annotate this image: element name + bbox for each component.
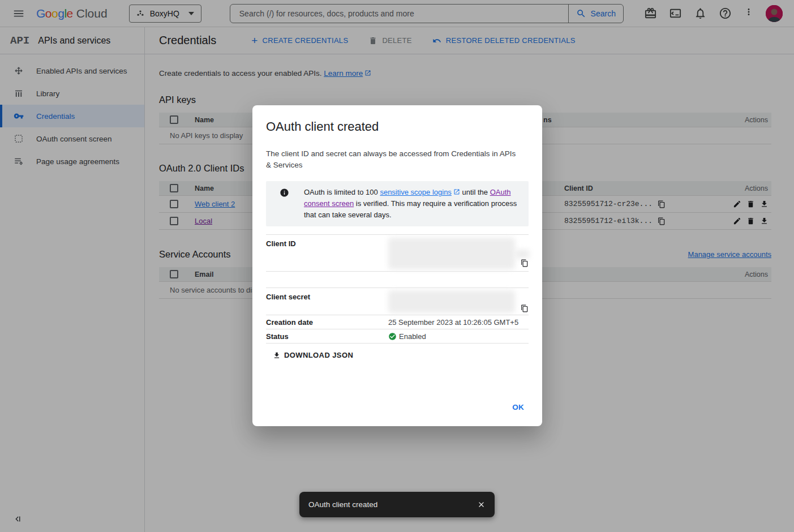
external-link-icon bbox=[453, 188, 460, 195]
status-row: Status Enabled bbox=[266, 329, 529, 344]
info-banner-text: OAuth is limited to 100 sensitive scope … bbox=[304, 187, 517, 221]
dialog-body-text: The client ID and secret can always be a… bbox=[266, 148, 517, 171]
download-json-button[interactable]: DOWNLOAD JSON bbox=[269, 349, 357, 362]
sensitive-scope-logins-link[interactable]: sensitive scope logins bbox=[380, 188, 451, 196]
client-id-row: Client ID bbox=[266, 234, 529, 272]
download-json-label: DOWNLOAD JSON bbox=[284, 351, 353, 359]
client-id-label: Client ID bbox=[266, 239, 296, 248]
client-secret-label: Client secret bbox=[266, 293, 310, 301]
creation-date-row: Creation date 25 September 2023 at 10:26… bbox=[266, 315, 529, 329]
dialog-title: OAuth client created bbox=[266, 119, 529, 135]
redacted-client-id-value bbox=[515, 250, 530, 259]
snackbar: OAuth client created bbox=[299, 492, 495, 517]
info-banner: OAuth is limited to 100 sensitive scope … bbox=[266, 181, 529, 226]
client-secret-row: Client secret bbox=[266, 288, 529, 315]
download-icon bbox=[273, 351, 281, 359]
close-icon[interactable] bbox=[477, 500, 486, 509]
copy-icon[interactable] bbox=[521, 304, 529, 312]
redacted-client-id-value bbox=[388, 238, 515, 269]
copy-icon[interactable] bbox=[521, 259, 529, 267]
info-text-part: until the bbox=[460, 188, 490, 196]
creation-date-value: 25 September 2023 at 10:26:05 GMT+5 bbox=[388, 318, 518, 327]
redacted-client-secret-value bbox=[388, 290, 515, 313]
snackbar-message: OAuth client created bbox=[308, 500, 377, 509]
ok-button[interactable]: OK bbox=[508, 400, 529, 415]
creation-date-label: Creation date bbox=[266, 318, 388, 327]
status-label: Status bbox=[266, 332, 388, 341]
info-icon bbox=[280, 188, 289, 198]
check-circle-icon bbox=[388, 332, 397, 341]
status-badge: Enabled bbox=[399, 332, 426, 341]
oauth-client-created-dialog: OAuth client created The client ID and s… bbox=[252, 105, 542, 426]
info-text-part: OAuth is limited to 100 bbox=[304, 188, 380, 196]
